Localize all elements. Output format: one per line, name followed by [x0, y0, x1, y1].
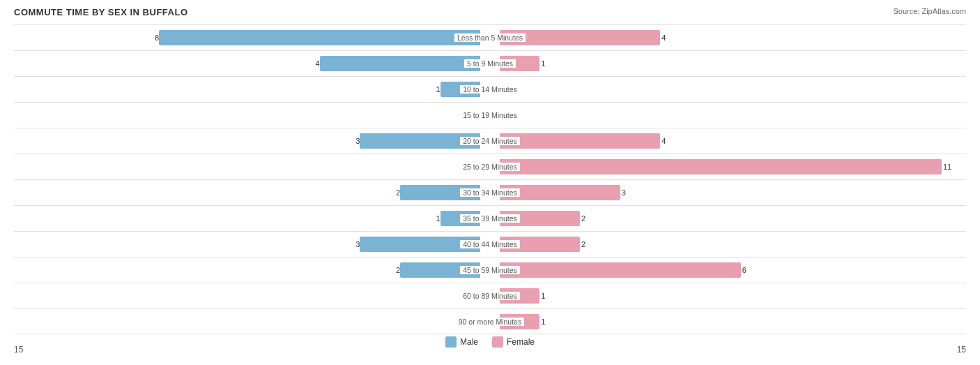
female-value: 11: [943, 163, 960, 171]
chart-row: 3 20 to 24 Minutes 4: [14, 128, 966, 154]
row-inner: 1 10 to 14 Minutes 0: [14, 77, 966, 102]
row-inner: 3 40 to 44 Minutes 2: [14, 232, 966, 257]
female-bar-container: 1: [500, 288, 942, 304]
row-inner: 4 5 to 9 Minutes 1: [14, 51, 966, 76]
female-value: 4: [661, 33, 679, 42]
left-section: 1: [14, 77, 480, 102]
left-section: 2: [14, 180, 480, 205]
female-value: 3: [622, 188, 639, 197]
male-value: 2: [383, 266, 400, 274]
row-label: 5 to 9 Minutes: [464, 59, 516, 68]
center-label-wrap: 15 to 19 Minutes: [480, 111, 499, 119]
right-section: 2: [500, 206, 966, 231]
chart-container: COMMUTE TIME BY SEX IN BUFFALO Source: Z…: [0, 0, 980, 365]
male-bar-container: 0: [38, 313, 480, 330]
male-value: 3: [342, 137, 360, 145]
legend-female-label: Female: [507, 337, 535, 347]
chart-row: 0 15 to 19 Minutes 0: [14, 102, 966, 128]
legend-female: Female: [492, 336, 535, 348]
male-value: 2: [383, 188, 400, 197]
male-bar-container: 8: [38, 29, 480, 46]
male-bar-container: 2: [38, 262, 480, 278]
row-inner: 0 60 to 89 Minutes 1: [14, 283, 966, 308]
left-section: 0: [14, 154, 480, 179]
male-value: 3: [342, 240, 360, 248]
right-section: 11: [500, 154, 966, 179]
chart-row: 1 35 to 39 Minutes 2: [14, 205, 966, 231]
left-section: 8: [14, 25, 480, 50]
source-text: Source: ZipAtlas.com: [893, 7, 966, 15]
left-section: 1: [14, 206, 480, 231]
male-bar-container: 3: [38, 236, 480, 253]
female-value: 1: [541, 292, 558, 300]
row-label: 10 to 14 Minutes: [460, 85, 520, 94]
female-bar-container: 2: [500, 236, 942, 253]
right-section: 3: [500, 180, 966, 205]
female-value: 2: [581, 214, 599, 223]
female-bar-container: 2: [500, 210, 942, 227]
center-label-wrap: 40 to 44 Minutes: [480, 240, 499, 248]
left-section: 0: [14, 283, 480, 308]
male-bar-container: 3: [38, 133, 480, 149]
female-value: 6: [742, 266, 760, 274]
right-section: 0: [500, 77, 966, 102]
center-label-wrap: 60 to 89 Minutes: [480, 292, 499, 300]
center-label-wrap: Less than 5 Minutes: [480, 33, 499, 42]
center-label-wrap: 5 to 9 Minutes: [480, 59, 499, 68]
female-bar-container: 4: [500, 133, 942, 149]
row-label: 40 to 44 Minutes: [460, 240, 520, 248]
female-bar-container: 11: [500, 158, 942, 175]
male-bar-container: 2: [38, 184, 480, 201]
right-section: 1: [500, 51, 966, 76]
row-label: 35 to 39 Minutes: [460, 214, 520, 223]
row-label: 20 to 24 Minutes: [460, 137, 520, 145]
chart-row: 2 45 to 59 Minutes 6: [14, 257, 966, 283]
row-inner: 0 90 or more Minutes 1: [14, 309, 966, 334]
center-label-wrap: 20 to 24 Minutes: [480, 137, 499, 145]
center-label-wrap: 45 to 59 Minutes: [480, 266, 499, 274]
female-bar: [500, 262, 741, 278]
chart-title: COMMUTE TIME BY SEX IN BUFFALO: [14, 7, 188, 17]
left-section: 3: [14, 232, 480, 257]
chart-row: 4 5 to 9 Minutes 1: [14, 50, 966, 76]
female-bar-container: 1: [500, 313, 942, 330]
legend-male-label: Male: [460, 337, 478, 347]
chart-row: 0 60 to 89 Minutes 1: [14, 283, 966, 308]
legend-female-box: [492, 336, 503, 348]
row-label: 90 or more Minutes: [456, 318, 524, 326]
female-value: 1: [541, 318, 558, 326]
left-section: 0: [14, 103, 480, 128]
row-inner: 3 20 to 24 Minutes 4: [14, 128, 966, 154]
left-section: 2: [14, 258, 480, 283]
female-bar-container: 0: [500, 81, 942, 98]
chart-row: 2 30 to 34 Minutes 3: [14, 179, 966, 205]
row-inner: 8 Less than 5 Minutes 4: [14, 25, 966, 50]
male-bar-container: 1: [38, 81, 480, 98]
center-label-wrap: 10 to 14 Minutes: [480, 85, 499, 94]
axis-right-label: 15: [957, 345, 966, 355]
right-section: 0: [500, 103, 966, 128]
male-bar-container: 0: [38, 288, 480, 304]
right-section: 4: [500, 25, 966, 50]
male-value: 1: [423, 85, 441, 94]
legend-male: Male: [445, 336, 478, 348]
male-value: 8: [141, 33, 159, 42]
left-section: 4: [14, 51, 480, 76]
row-label: 45 to 59 Minutes: [460, 266, 520, 274]
row-label: 30 to 34 Minutes: [460, 188, 520, 197]
female-bar: [500, 133, 661, 149]
female-bar: [500, 159, 942, 174]
female-bar-container: 4: [500, 29, 942, 46]
center-label-wrap: 35 to 39 Minutes: [480, 214, 499, 223]
chart-row: 0 90 or more Minutes 1: [14, 308, 966, 334]
chart-row: 8 Less than 5 Minutes 4: [14, 24, 966, 50]
row-inner: 0 25 to 29 Minutes 11: [14, 154, 966, 179]
chart-row: 0 25 to 29 Minutes 11: [14, 154, 966, 179]
row-label: Less than 5 Minutes: [454, 33, 526, 42]
right-section: 6: [500, 258, 966, 283]
female-bar-container: 0: [500, 107, 942, 124]
row-inner: 1 35 to 39 Minutes 2: [14, 206, 966, 231]
female-bar-container: 6: [500, 262, 942, 278]
male-bar-container: 1: [38, 210, 480, 227]
chart-row: 1 10 to 14 Minutes 0: [14, 76, 966, 102]
